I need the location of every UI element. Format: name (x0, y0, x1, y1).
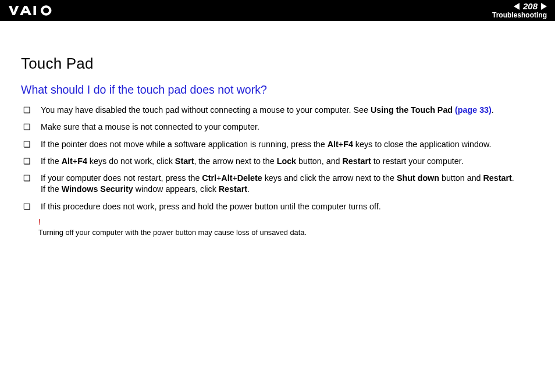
text: , the arrow next to the (194, 156, 276, 166)
text: button and (439, 173, 483, 183)
text-bold: Windows Security (62, 184, 133, 194)
text-bold: Alt (328, 140, 339, 149)
text: . (512, 173, 514, 183)
text: button, and (296, 156, 343, 166)
nav-next-icon[interactable] (541, 3, 547, 10)
page-nav: 208 (514, 2, 547, 11)
list-item: If the pointer does not move while a sof… (38, 139, 534, 150)
text-bold: F4 (77, 156, 87, 166)
text: to restart your computer. (371, 156, 464, 166)
text: If this procedure does not work, press a… (41, 202, 381, 211)
text-bold: Using the Touch Pad (371, 105, 455, 115)
text-bold: Restart (483, 173, 512, 183)
list-item: If your computer does not restart, press… (38, 173, 534, 195)
header-right: 208 Troubleshooting (492, 2, 547, 19)
text: If the pointer does not move while a sof… (41, 140, 328, 149)
text: You may have disabled the touch pad with… (41, 105, 371, 115)
text: keys do not work, click (87, 156, 175, 166)
question-heading: What should I do if the touch pad does n… (21, 83, 534, 97)
svg-rect-0 (33, 6, 36, 15)
text: If the (41, 184, 62, 194)
list-item: You may have disabled the touch pad with… (38, 105, 534, 116)
text-bold: Shut down (397, 173, 439, 183)
page-content: Touch Pad What should I do if the touch … (0, 21, 555, 237)
text: . (492, 105, 494, 115)
nav-prev-icon[interactable] (514, 3, 520, 10)
text: Make sure that a mouse is not connected … (41, 122, 259, 131)
text: . (247, 184, 250, 194)
list-item: Make sure that a mouse is not connected … (38, 122, 534, 133)
text-bold: Start (175, 156, 194, 166)
text-bold: Lock (277, 156, 296, 166)
vaio-logo-svg (8, 4, 62, 17)
step-list: You may have disabled the touch pad with… (21, 105, 534, 212)
text: window appears, click (133, 184, 219, 194)
text: + (232, 173, 237, 183)
warning-icon: ! (38, 218, 534, 226)
warning-text: Turning off your computer with the power… (38, 228, 307, 237)
text: If the (41, 156, 62, 166)
warning-block: ! Turning off your computer with the pow… (21, 218, 534, 237)
text: keys and click the arrow next to the (262, 173, 397, 183)
list-item: If this procedure does not work, press a… (38, 201, 534, 212)
header-bar: 208 Troubleshooting (0, 0, 555, 21)
text: If your computer does not restart, press… (41, 173, 202, 183)
section-label: Troubleshooting (492, 12, 547, 19)
text-bold: Alt (221, 173, 232, 183)
page-title: Touch Pad (21, 55, 534, 73)
text-bold: Restart (219, 184, 247, 194)
text: + (339, 140, 343, 149)
text: keys to close the application window. (353, 140, 492, 149)
page-link[interactable]: (page 33) (455, 105, 492, 115)
vaio-logo (8, 4, 62, 17)
text: + (73, 156, 77, 166)
text-bold: Ctrl (202, 173, 216, 183)
text-bold: F4 (343, 140, 353, 149)
page-number: 208 (523, 2, 538, 11)
text-bold: Delete (237, 173, 262, 183)
text-bold: Alt (62, 156, 73, 166)
list-item: If the Alt+F4 keys do not work, click St… (38, 156, 534, 167)
text-bold: Restart (343, 156, 371, 166)
